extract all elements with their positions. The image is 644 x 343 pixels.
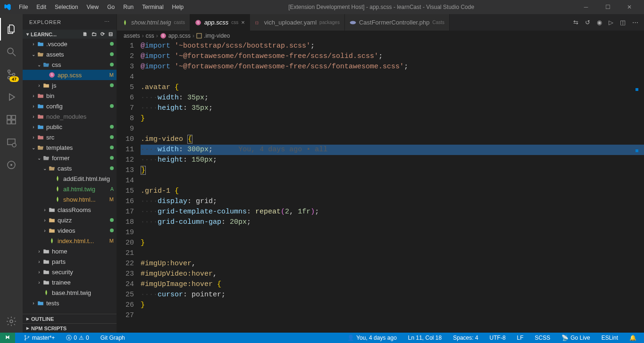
menu-run[interactable]: Run: [119, 2, 137, 12]
svg-rect-7: [12, 120, 16, 124]
activity-search[interactable]: [0, 41, 23, 63]
svg-rect-22: [197, 33, 201, 38]
tab-CastFormerController-php[interactable]: CastFormerController.phpCasts: [345, 14, 450, 31]
git-dot: [110, 42, 114, 46]
project-section-header[interactable]: ▾ LEARNC... 🗎 🗀 ⟳ ⊟: [23, 30, 117, 39]
sidebar-more-icon[interactable]: ⋯: [104, 19, 110, 25]
breadcrumb-css[interactable]: css: [146, 33, 154, 39]
remote-indicator[interactable]: [0, 333, 15, 343]
close-icon[interactable]: ×: [241, 19, 245, 26]
new-folder-icon[interactable]: 🗀: [92, 31, 97, 37]
folder-security[interactable]: ›security: [23, 267, 117, 277]
gitlens-icon[interactable]: ◉: [597, 19, 602, 26]
cursor-position[interactable]: Ln 11, Col 18: [405, 335, 444, 341]
compare-icon[interactable]: ⇆: [573, 19, 578, 26]
npm-section[interactable]: ▸ NPM SCRIPTS: [23, 323, 117, 333]
breadcrumb-assets[interactable]: assets: [124, 33, 140, 39]
problems-indicator[interactable]: ⓧ0 ⚠0: [63, 334, 92, 342]
breadcrumb-app.scss[interactable]: app.scss: [168, 33, 191, 39]
chevron-right-icon: ›: [42, 218, 48, 223]
file-base-html-twig[interactable]: base.html.twig: [23, 287, 117, 298]
activity-remote[interactable]: [0, 131, 23, 154]
language-mode[interactable]: SCSS: [532, 335, 553, 341]
file-app-scss[interactable]: Sapp.scssM: [23, 70, 117, 80]
collapse-icon[interactable]: ⊟: [109, 31, 113, 37]
folder-trainee[interactable]: ›trainee: [23, 277, 117, 287]
file-addEdit-html-twig[interactable]: addEdit.html.twig: [23, 173, 117, 184]
menu-go[interactable]: Go: [103, 2, 118, 12]
encoding[interactable]: UTF-8: [487, 335, 509, 341]
chevron-right-icon: ›: [30, 93, 37, 98]
run-icon[interactable]: ▷: [609, 19, 613, 26]
activity-debug[interactable]: [0, 86, 23, 108]
file-all-html-twig[interactable]: all.html.twigA: [23, 184, 117, 194]
breadcrumb[interactable]: assets›css›Sapp.scss›.img-video: [117, 31, 644, 41]
menu-edit[interactable]: Edit: [33, 2, 50, 12]
folder-src[interactable]: ›src: [23, 132, 117, 142]
file-show-html-[interactable]: show.html...M: [23, 194, 117, 204]
folder-templates[interactable]: ⌄templates: [23, 142, 117, 153]
indentation[interactable]: Spaces: 4: [450, 335, 481, 341]
notifications-icon[interactable]: 🔔: [627, 335, 639, 341]
go-live[interactable]: 📡 Go Live: [559, 335, 593, 341]
file-tree: ›.vscode⌄assets⌄cssSapp.scssM›js›bin›con…: [23, 39, 117, 314]
folder-former[interactable]: ⌄former: [23, 153, 117, 163]
folder-icon: [42, 155, 50, 161]
activity-settings[interactable]: [0, 310, 23, 333]
menu-help[interactable]: Help: [168, 2, 188, 12]
history-icon[interactable]: ↺: [585, 19, 590, 26]
tree-label: addEdit.html.twig: [63, 175, 114, 182]
outline-section[interactable]: ▸ OUTLINE: [23, 314, 117, 323]
folder-assets[interactable]: ⌄assets: [23, 49, 117, 59]
folder-tests[interactable]: ›tests: [23, 298, 117, 308]
more-icon[interactable]: ⋯: [632, 19, 638, 26]
tree-label: src: [46, 134, 108, 141]
split-icon[interactable]: ◫: [620, 19, 626, 26]
tree-label: bin: [46, 92, 114, 99]
folder-classRooms[interactable]: ›classRooms: [23, 204, 117, 215]
folder-public[interactable]: ›public: [23, 122, 117, 132]
tree-label: node_modules: [46, 113, 114, 120]
tab-vich_uploader-yaml[interactable]: { }vich_uploader.yamlpackages: [250, 14, 345, 31]
sidebar-title: EXPLORER: [29, 19, 61, 25]
breadcrumb-.img-video[interactable]: .img-video: [204, 33, 230, 39]
eol[interactable]: LF: [514, 335, 527, 341]
folder-css[interactable]: ⌄css: [23, 59, 117, 70]
tab-show-html-twig[interactable]: show.html.twigcasts: [117, 14, 190, 31]
folder-parts[interactable]: ›parts: [23, 256, 117, 267]
new-file-icon[interactable]: 🗎: [83, 31, 88, 37]
eslint-status[interactable]: ESLint: [599, 335, 621, 341]
file-index-html-t-[interactable]: index.html.t...M: [23, 236, 117, 246]
editor[interactable]: 1234567891011121314151617181920212223242…: [117, 41, 644, 333]
menu-file[interactable]: File: [15, 2, 32, 12]
refresh-icon[interactable]: ⟳: [100, 31, 105, 37]
window-close[interactable]: ✕: [619, 0, 640, 14]
window-maximize[interactable]: ☐: [597, 0, 619, 14]
chevron-down-icon: ⌄: [36, 62, 42, 67]
folder--vscode[interactable]: ›.vscode: [23, 39, 117, 49]
activity-scm[interactable]: 47: [0, 63, 23, 86]
blame-indicator[interactable]: 👤 You, 4 days ago: [344, 335, 400, 341]
menu-selection[interactable]: Selection: [51, 2, 82, 12]
folder-casts[interactable]: ⌄casts: [23, 163, 117, 173]
code-area[interactable]: @import '~bootstrap/scss/bootstrap.scss'…: [141, 41, 644, 333]
tab-app-scss[interactable]: Sapp.scsscss×: [190, 14, 250, 31]
branch-indicator[interactable]: master*+: [21, 335, 58, 341]
folder-quizz[interactable]: ›quizz: [23, 215, 117, 225]
folder-node_modules[interactable]: ›node_modules: [23, 111, 117, 122]
window-minimize[interactable]: ─: [575, 0, 597, 14]
twig-icon: [54, 196, 61, 203]
folder-config[interactable]: ›config: [23, 101, 117, 111]
folder-home[interactable]: ›home: [23, 246, 117, 256]
folder-videos[interactable]: ›videos: [23, 225, 117, 236]
menu-view[interactable]: View: [83, 2, 102, 12]
menu-terminal[interactable]: Terminal: [138, 2, 167, 12]
git-graph-button[interactable]: Git Graph: [98, 335, 128, 341]
activity-explorer[interactable]: [0, 18, 23, 41]
folder-js[interactable]: ›js: [23, 80, 117, 90]
activity-gitlens[interactable]: [0, 154, 23, 176]
activity-extensions[interactable]: [0, 108, 23, 131]
branch-icon: [24, 335, 30, 341]
folder-bin[interactable]: ›bin: [23, 90, 117, 101]
editor-region: show.html.twigcastsSapp.scsscss×{ }vich_…: [117, 14, 644, 333]
